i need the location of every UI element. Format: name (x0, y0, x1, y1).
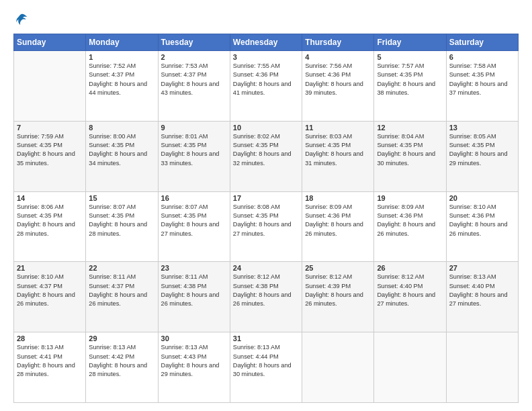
day-info: Sunrise: 8:07 AMSunset: 4:35 PMDaylight:… (161, 203, 227, 238)
calendar-week-row: 14Sunrise: 8:06 AMSunset: 4:35 PMDayligh… (14, 191, 519, 262)
calendar-cell: 13Sunrise: 8:05 AMSunset: 4:35 PMDayligh… (446, 121, 518, 191)
weekday-header-friday: Friday (374, 34, 446, 51)
calendar-cell: 10Sunrise: 8:02 AMSunset: 4:35 PMDayligh… (230, 121, 302, 191)
day-info: Sunrise: 7:59 AMSunset: 4:35 PMDaylight:… (17, 132, 83, 168)
day-info: Sunrise: 7:53 AMSunset: 4:37 PMDaylight:… (161, 62, 227, 97)
logo-bird-icon (15, 12, 30, 27)
day-info: Sunrise: 8:10 AMSunset: 4:37 PMDaylight:… (17, 273, 83, 308)
calendar-cell: 20Sunrise: 8:10 AMSunset: 4:36 PMDayligh… (446, 191, 518, 262)
calendar-cell: 23Sunrise: 8:11 AMSunset: 4:38 PMDayligh… (158, 262, 230, 332)
day-number: 9 (161, 124, 227, 132)
day-number: 6 (449, 53, 515, 61)
day-info: Sunrise: 7:58 AMSunset: 4:35 PMDaylight:… (449, 62, 515, 97)
day-info: Sunrise: 8:00 AMSunset: 4:35 PMDaylight:… (89, 132, 154, 168)
day-number: 27 (449, 264, 515, 272)
day-number: 1 (89, 53, 154, 61)
day-number: 14 (17, 194, 83, 202)
weekday-header-tuesday: Tuesday (158, 34, 230, 51)
day-info: Sunrise: 7:57 AMSunset: 4:35 PMDaylight:… (377, 62, 443, 97)
day-number: 26 (377, 264, 443, 272)
day-info: Sunrise: 8:09 AMSunset: 4:36 PMDaylight:… (305, 203, 371, 238)
calendar-cell: 7Sunrise: 7:59 AMSunset: 4:35 PMDaylight… (14, 121, 86, 191)
weekday-header-wednesday: Wednesday (230, 34, 302, 51)
day-number: 31 (233, 334, 299, 342)
day-info: Sunrise: 8:03 AMSunset: 4:35 PMDaylight:… (305, 132, 371, 168)
page: SundayMondayTuesdayWednesdayThursdayFrid… (0, 0, 532, 411)
day-info: Sunrise: 8:02 AMSunset: 4:35 PMDaylight:… (233, 132, 299, 168)
day-number: 28 (17, 334, 83, 342)
calendar: SundayMondayTuesdayWednesdayThursdayFrid… (13, 34, 519, 403)
calendar-cell: 15Sunrise: 8:07 AMSunset: 4:35 PMDayligh… (86, 191, 158, 262)
day-number: 11 (305, 124, 371, 132)
calendar-cell: 16Sunrise: 8:07 AMSunset: 4:35 PMDayligh… (158, 191, 230, 262)
calendar-cell: 17Sunrise: 8:08 AMSunset: 4:35 PMDayligh… (230, 191, 302, 262)
day-number: 13 (449, 124, 515, 132)
calendar-cell: 19Sunrise: 8:09 AMSunset: 4:36 PMDayligh… (374, 191, 446, 262)
day-number: 29 (89, 334, 154, 342)
calendar-cell: 11Sunrise: 8:03 AMSunset: 4:35 PMDayligh… (302, 121, 374, 191)
day-info: Sunrise: 8:09 AMSunset: 4:36 PMDaylight:… (377, 203, 443, 238)
day-info: Sunrise: 8:13 AMSunset: 4:40 PMDaylight:… (449, 273, 515, 308)
calendar-week-row: 21Sunrise: 8:10 AMSunset: 4:37 PMDayligh… (14, 262, 519, 332)
calendar-cell (14, 51, 86, 122)
day-info: Sunrise: 8:10 AMSunset: 4:36 PMDaylight:… (449, 203, 515, 238)
day-info: Sunrise: 7:56 AMSunset: 4:36 PMDaylight:… (305, 62, 371, 97)
day-info: Sunrise: 8:11 AMSunset: 4:37 PMDaylight:… (89, 273, 154, 308)
calendar-cell: 21Sunrise: 8:10 AMSunset: 4:37 PMDayligh… (14, 262, 86, 332)
day-number: 17 (233, 194, 299, 202)
day-info: Sunrise: 8:12 AMSunset: 4:39 PMDaylight:… (305, 273, 371, 308)
day-number: 16 (161, 194, 227, 202)
weekday-header-monday: Monday (86, 34, 158, 51)
day-info: Sunrise: 8:13 AMSunset: 4:43 PMDaylight:… (161, 343, 227, 379)
day-number: 7 (17, 124, 83, 132)
weekday-header-sunday: Sunday (14, 34, 86, 51)
day-number: 5 (377, 53, 443, 61)
day-number: 25 (305, 264, 371, 272)
day-info: Sunrise: 8:06 AMSunset: 4:35 PMDaylight:… (17, 203, 83, 238)
day-info: Sunrise: 7:55 AMSunset: 4:36 PMDaylight:… (233, 62, 299, 97)
calendar-cell: 9Sunrise: 8:01 AMSunset: 4:35 PMDaylight… (158, 121, 230, 191)
day-info: Sunrise: 8:05 AMSunset: 4:35 PMDaylight:… (449, 132, 515, 168)
day-info: Sunrise: 8:13 AMSunset: 4:42 PMDaylight:… (89, 343, 154, 379)
calendar-cell: 18Sunrise: 8:09 AMSunset: 4:36 PMDayligh… (302, 191, 374, 262)
calendar-cell: 8Sunrise: 8:00 AMSunset: 4:35 PMDaylight… (86, 121, 158, 191)
day-info: Sunrise: 8:12 AMSunset: 4:40 PMDaylight:… (377, 273, 443, 308)
calendar-cell (446, 332, 518, 403)
day-number: 24 (233, 264, 299, 272)
day-number: 18 (305, 194, 371, 202)
calendar-cell: 12Sunrise: 8:04 AMSunset: 4:35 PMDayligh… (374, 121, 446, 191)
calendar-cell: 1Sunrise: 7:52 AMSunset: 4:37 PMDaylight… (86, 51, 158, 122)
calendar-cell: 4Sunrise: 7:56 AMSunset: 4:36 PMDaylight… (302, 51, 374, 122)
day-info: Sunrise: 8:13 AMSunset: 4:44 PMDaylight:… (233, 343, 299, 379)
calendar-cell: 3Sunrise: 7:55 AMSunset: 4:36 PMDaylight… (230, 51, 302, 122)
calendar-cell: 5Sunrise: 7:57 AMSunset: 4:35 PMDaylight… (374, 51, 446, 122)
weekday-header-saturday: Saturday (446, 34, 518, 51)
day-number: 23 (161, 264, 227, 272)
day-number: 8 (89, 124, 154, 132)
day-number: 21 (17, 264, 83, 272)
calendar-cell: 6Sunrise: 7:58 AMSunset: 4:35 PMDaylight… (446, 51, 518, 122)
day-number: 4 (305, 53, 371, 61)
day-number: 10 (233, 124, 299, 132)
day-info: Sunrise: 8:08 AMSunset: 4:35 PMDaylight:… (233, 203, 299, 238)
calendar-week-row: 28Sunrise: 8:13 AMSunset: 4:41 PMDayligh… (14, 332, 519, 403)
day-number: 22 (89, 264, 154, 272)
day-info: Sunrise: 8:12 AMSunset: 4:38 PMDaylight:… (233, 273, 299, 308)
calendar-cell: 30Sunrise: 8:13 AMSunset: 4:43 PMDayligh… (158, 332, 230, 403)
logo (13, 12, 30, 27)
calendar-week-row: 7Sunrise: 7:59 AMSunset: 4:35 PMDaylight… (14, 121, 519, 191)
day-info: Sunrise: 8:04 AMSunset: 4:35 PMDaylight:… (377, 132, 443, 168)
day-info: Sunrise: 7:52 AMSunset: 4:37 PMDaylight:… (89, 62, 154, 97)
calendar-cell: 25Sunrise: 8:12 AMSunset: 4:39 PMDayligh… (302, 262, 374, 332)
calendar-cell (302, 332, 374, 403)
day-number: 12 (377, 124, 443, 132)
calendar-cell: 29Sunrise: 8:13 AMSunset: 4:42 PMDayligh… (86, 332, 158, 403)
day-number: 15 (89, 194, 154, 202)
day-number: 3 (233, 53, 299, 61)
weekday-header-thursday: Thursday (302, 34, 374, 51)
calendar-cell: 24Sunrise: 8:12 AMSunset: 4:38 PMDayligh… (230, 262, 302, 332)
calendar-cell: 26Sunrise: 8:12 AMSunset: 4:40 PMDayligh… (374, 262, 446, 332)
day-info: Sunrise: 8:13 AMSunset: 4:41 PMDaylight:… (17, 343, 83, 379)
calendar-cell (374, 332, 446, 403)
calendar-cell: 28Sunrise: 8:13 AMSunset: 4:41 PMDayligh… (14, 332, 86, 403)
